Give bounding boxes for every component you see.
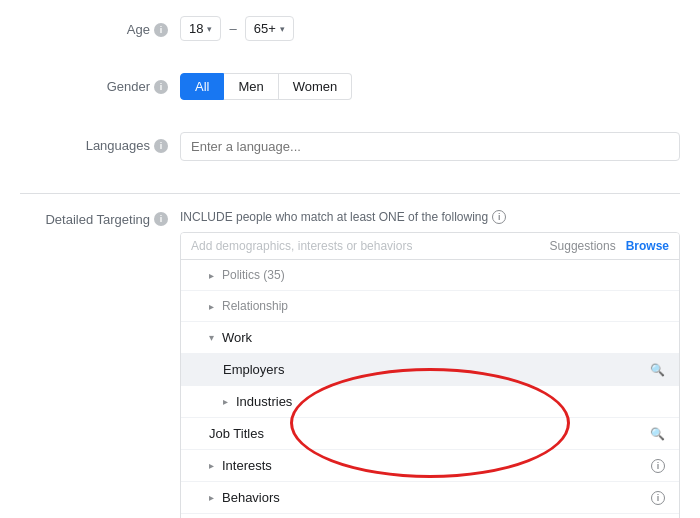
list-item[interactable]: ▸ Industries	[181, 386, 679, 418]
browse-item-label: Industries	[236, 394, 292, 409]
browse-list: ▸ Politics (35) ▸ Relationship ▾ Work	[181, 260, 679, 518]
age-min-value: 18	[189, 21, 203, 36]
age-max-chevron: ▾	[280, 24, 285, 34]
gender-label: Gender i	[20, 73, 180, 94]
targeting-search-placeholder: Add demographics, interests or behaviors	[191, 239, 550, 253]
targeting-label-text: Detailed Targeting	[45, 212, 150, 227]
list-item-more-categories[interactable]: ▸ More Categories i	[181, 514, 679, 518]
item-right: i	[651, 459, 665, 473]
targeting-header-info-icon[interactable]: i	[492, 210, 506, 224]
targeting-box: Add demographics, interests or behaviors…	[180, 232, 680, 518]
search-icon: 🔍	[650, 363, 665, 377]
browse-item-label: Behaviors	[222, 490, 280, 505]
targeting-search-actions: Suggestions Browse	[550, 239, 669, 253]
age-label-text: Age	[127, 22, 150, 37]
detailed-targeting-row: Detailed Targeting i INCLUDE people who …	[20, 210, 680, 518]
list-item[interactable]: Job Titles 🔍	[181, 418, 679, 450]
languages-label: Languages i	[20, 132, 180, 153]
browse-item-label: Interests	[222, 458, 272, 473]
gender-men-button[interactable]: Men	[224, 73, 278, 100]
list-item[interactable]: ▸ Politics (35)	[181, 260, 679, 291]
search-icon: 🔍	[650, 427, 665, 441]
chevron-right-icon: ▸	[209, 270, 214, 281]
chevron-right-icon: ▸	[209, 460, 214, 471]
languages-info-icon[interactable]: i	[154, 139, 168, 153]
item-right: 🔍	[650, 427, 665, 441]
browse-item-label: Job Titles	[209, 426, 264, 441]
gender-women-button[interactable]: Women	[279, 73, 353, 100]
list-item-interests[interactable]: ▸ Interests i	[181, 450, 679, 482]
gender-info-icon[interactable]: i	[154, 80, 168, 94]
chevron-right-icon: ▸	[209, 492, 214, 503]
age-controls: 18 ▾ – 65+ ▾	[180, 16, 680, 41]
age-min-chevron: ▾	[207, 24, 212, 34]
languages-controls	[180, 132, 680, 161]
age-max-select[interactable]: 65+ ▾	[245, 16, 294, 41]
gender-row: Gender i All Men Women	[20, 73, 680, 116]
chevron-right-icon: ▸	[209, 301, 214, 312]
gender-controls: All Men Women	[180, 73, 680, 100]
info-icon[interactable]: i	[651, 459, 665, 473]
age-min-select[interactable]: 18 ▾	[180, 16, 221, 41]
gender-all-button[interactable]: All	[180, 73, 224, 100]
item-right: 🔍	[650, 363, 665, 377]
browse-item-label: Politics (35)	[222, 268, 285, 282]
browse-item-label: Work	[222, 330, 252, 345]
age-separator: –	[229, 21, 236, 36]
browse-button[interactable]: Browse	[626, 239, 669, 253]
chevron-right-icon: ▸	[223, 396, 228, 407]
section-divider	[20, 193, 680, 194]
suggestions-label: Suggestions	[550, 239, 616, 253]
browse-item-label: Relationship	[222, 299, 288, 313]
age-info-icon[interactable]: i	[154, 23, 168, 37]
languages-label-text: Languages	[86, 138, 150, 153]
info-icon[interactable]: i	[651, 491, 665, 505]
targeting-content: INCLUDE people who match at least ONE of…	[180, 210, 680, 518]
languages-row: Languages i	[20, 132, 680, 177]
list-item-behaviors[interactable]: ▸ Behaviors i	[181, 482, 679, 514]
age-label: Age i	[20, 16, 180, 37]
age-row: Age i 18 ▾ – 65+ ▾	[20, 16, 680, 57]
targeting-header-text: INCLUDE people who match at least ONE of…	[180, 210, 488, 224]
chevron-down-icon: ▾	[209, 332, 214, 343]
targeting-header: INCLUDE people who match at least ONE of…	[180, 210, 680, 224]
list-item[interactable]: Employers 🔍	[181, 354, 679, 386]
list-item[interactable]: ▸ Relationship	[181, 291, 679, 322]
browse-item-label: Employers	[223, 362, 284, 377]
targeting-search-bar: Add demographics, interests or behaviors…	[181, 233, 679, 260]
targeting-info-icon[interactable]: i	[154, 212, 168, 226]
item-right: i	[651, 491, 665, 505]
list-item[interactable]: ▾ Work	[181, 322, 679, 354]
gender-label-text: Gender	[107, 79, 150, 94]
age-max-value: 65+	[254, 21, 276, 36]
targeting-label: Detailed Targeting i	[20, 210, 180, 227]
languages-input[interactable]	[180, 132, 680, 161]
gender-button-group: All Men Women	[180, 73, 680, 100]
